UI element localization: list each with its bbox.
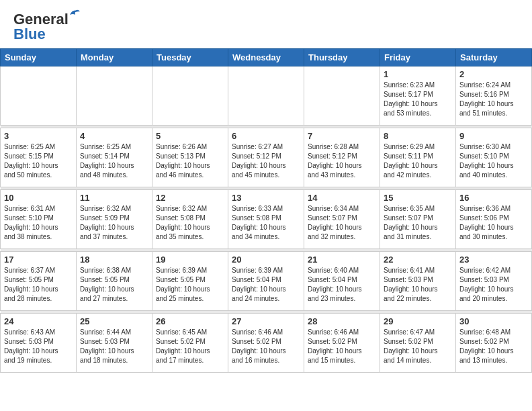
day-number: 4 xyxy=(80,131,148,141)
calendar-week-row: 24Sunrise: 6:43 AM Sunset: 5:03 PM Dayli… xyxy=(1,314,532,373)
calendar-cell: 29Sunrise: 6:47 AM Sunset: 5:02 PM Dayli… xyxy=(380,314,456,373)
calendar-cell: 26Sunrise: 6:45 AM Sunset: 5:02 PM Dayli… xyxy=(152,314,228,373)
day-number: 28 xyxy=(308,316,376,326)
day-number: 7 xyxy=(308,131,376,141)
day-number: 3 xyxy=(4,131,73,141)
calendar-cell: 9Sunrise: 6:30 AM Sunset: 5:10 PM Daylig… xyxy=(456,128,532,187)
calendar-cell: 6Sunrise: 6:27 AM Sunset: 5:12 PM Daylig… xyxy=(228,128,304,187)
day-info: Sunrise: 6:31 AM Sunset: 5:10 PM Dayligh… xyxy=(4,204,73,242)
calendar-cell xyxy=(1,66,77,126)
day-info: Sunrise: 6:30 AM Sunset: 5:10 PM Dayligh… xyxy=(459,142,528,180)
calendar-cell xyxy=(304,66,380,126)
day-number: 14 xyxy=(308,193,376,203)
day-info: Sunrise: 6:35 AM Sunset: 5:07 PM Dayligh… xyxy=(384,204,452,242)
day-number: 25 xyxy=(80,316,148,326)
weekday-header-thursday: Thursday xyxy=(304,49,380,66)
day-info: Sunrise: 6:43 AM Sunset: 5:03 PM Dayligh… xyxy=(4,328,73,365)
day-info: Sunrise: 6:24 AM Sunset: 5:16 PM Dayligh… xyxy=(459,81,528,118)
calendar-cell: 25Sunrise: 6:44 AM Sunset: 5:03 PM Dayli… xyxy=(77,314,152,373)
day-number: 27 xyxy=(232,316,300,326)
page-header: General Blue xyxy=(0,0,532,48)
day-info: Sunrise: 6:47 AM Sunset: 5:02 PM Dayligh… xyxy=(384,328,452,365)
day-number: 15 xyxy=(384,193,452,203)
day-number: 13 xyxy=(232,193,300,203)
day-number: 24 xyxy=(4,316,73,326)
day-info: Sunrise: 6:32 AM Sunset: 5:09 PM Dayligh… xyxy=(80,204,148,242)
day-info: Sunrise: 6:39 AM Sunset: 5:05 PM Dayligh… xyxy=(156,266,224,304)
day-number: 12 xyxy=(156,193,224,203)
calendar-cell: 30Sunrise: 6:48 AM Sunset: 5:02 PM Dayli… xyxy=(456,314,532,373)
calendar-cell: 3Sunrise: 6:25 AM Sunset: 5:15 PM Daylig… xyxy=(1,128,77,187)
calendar-cell xyxy=(152,66,228,126)
day-number: 19 xyxy=(156,255,224,265)
calendar-week-row: 3Sunrise: 6:25 AM Sunset: 5:15 PM Daylig… xyxy=(1,128,532,187)
weekday-header-monday: Monday xyxy=(77,49,152,66)
weekday-header-sunday: Sunday xyxy=(1,49,77,66)
day-info: Sunrise: 6:28 AM Sunset: 5:12 PM Dayligh… xyxy=(308,142,376,180)
day-number: 5 xyxy=(156,131,224,141)
day-number: 18 xyxy=(80,255,148,265)
day-info: Sunrise: 6:39 AM Sunset: 5:04 PM Dayligh… xyxy=(232,266,300,304)
calendar-header-row: SundayMondayTuesdayWednesdayThursdayFrid… xyxy=(1,49,532,66)
day-info: Sunrise: 6:38 AM Sunset: 5:05 PM Dayligh… xyxy=(80,266,148,304)
calendar-cell: 28Sunrise: 6:46 AM Sunset: 5:02 PM Dayli… xyxy=(304,314,380,373)
day-info: Sunrise: 6:25 AM Sunset: 5:15 PM Dayligh… xyxy=(4,142,73,180)
day-info: Sunrise: 6:46 AM Sunset: 5:02 PM Dayligh… xyxy=(308,328,376,365)
day-info: Sunrise: 6:37 AM Sunset: 5:05 PM Dayligh… xyxy=(4,266,73,304)
day-info: Sunrise: 6:32 AM Sunset: 5:08 PM Dayligh… xyxy=(156,204,224,242)
day-info: Sunrise: 6:26 AM Sunset: 5:13 PM Dayligh… xyxy=(156,142,224,180)
calendar-cell xyxy=(77,66,152,126)
calendar-cell: 10Sunrise: 6:31 AM Sunset: 5:10 PM Dayli… xyxy=(1,190,77,249)
day-number: 10 xyxy=(4,193,73,203)
day-number: 29 xyxy=(384,316,452,326)
day-number: 22 xyxy=(384,255,452,265)
calendar-cell xyxy=(228,66,304,126)
day-number: 11 xyxy=(80,193,148,203)
day-info: Sunrise: 6:29 AM Sunset: 5:11 PM Dayligh… xyxy=(384,142,452,180)
calendar-cell: 24Sunrise: 6:43 AM Sunset: 5:03 PM Dayli… xyxy=(1,314,77,373)
day-number: 23 xyxy=(459,255,528,265)
day-number: 6 xyxy=(232,131,300,141)
calendar-cell: 20Sunrise: 6:39 AM Sunset: 5:04 PM Dayli… xyxy=(228,252,304,311)
day-info: Sunrise: 6:40 AM Sunset: 5:04 PM Dayligh… xyxy=(308,266,376,304)
day-info: Sunrise: 6:25 AM Sunset: 5:14 PM Dayligh… xyxy=(80,142,148,180)
day-info: Sunrise: 6:27 AM Sunset: 5:12 PM Dayligh… xyxy=(232,142,300,180)
calendar-cell: 27Sunrise: 6:46 AM Sunset: 5:02 PM Dayli… xyxy=(228,314,304,373)
day-info: Sunrise: 6:48 AM Sunset: 5:02 PM Dayligh… xyxy=(459,328,528,365)
day-info: Sunrise: 6:23 AM Sunset: 5:17 PM Dayligh… xyxy=(384,81,452,118)
calendar-cell: 11Sunrise: 6:32 AM Sunset: 5:09 PM Dayli… xyxy=(77,190,152,249)
calendar-week-row: 17Sunrise: 6:37 AM Sunset: 5:05 PM Dayli… xyxy=(1,252,532,311)
calendar-cell: 2Sunrise: 6:24 AM Sunset: 5:16 PM Daylig… xyxy=(456,66,532,126)
calendar-cell: 17Sunrise: 6:37 AM Sunset: 5:05 PM Dayli… xyxy=(1,252,77,311)
day-info: Sunrise: 6:44 AM Sunset: 5:03 PM Dayligh… xyxy=(80,328,148,365)
day-number: 1 xyxy=(384,69,452,79)
day-info: Sunrise: 6:36 AM Sunset: 5:06 PM Dayligh… xyxy=(459,204,528,242)
calendar-cell: 12Sunrise: 6:32 AM Sunset: 5:08 PM Dayli… xyxy=(152,190,228,249)
day-info: Sunrise: 6:33 AM Sunset: 5:08 PM Dayligh… xyxy=(232,204,300,242)
calendar-cell: 18Sunrise: 6:38 AM Sunset: 5:05 PM Dayli… xyxy=(77,252,152,311)
day-info: Sunrise: 6:34 AM Sunset: 5:07 PM Dayligh… xyxy=(308,204,376,242)
day-info: Sunrise: 6:41 AM Sunset: 5:03 PM Dayligh… xyxy=(384,266,452,304)
day-number: 9 xyxy=(459,131,528,141)
day-number: 2 xyxy=(459,69,528,79)
calendar-cell: 1Sunrise: 6:23 AM Sunset: 5:17 PM Daylig… xyxy=(380,66,456,126)
day-info: Sunrise: 6:45 AM Sunset: 5:02 PM Dayligh… xyxy=(156,328,224,365)
day-number: 21 xyxy=(308,255,376,265)
day-info: Sunrise: 6:42 AM Sunset: 5:03 PM Dayligh… xyxy=(459,266,528,304)
day-info: Sunrise: 6:46 AM Sunset: 5:02 PM Dayligh… xyxy=(232,328,300,365)
calendar-table: SundayMondayTuesdayWednesdayThursdayFrid… xyxy=(0,48,532,373)
day-number: 17 xyxy=(4,255,73,265)
day-number: 20 xyxy=(232,255,300,265)
calendar-cell: 21Sunrise: 6:40 AM Sunset: 5:04 PM Dayli… xyxy=(304,252,380,311)
weekday-header-tuesday: Tuesday xyxy=(152,49,228,66)
calendar-cell: 14Sunrise: 6:34 AM Sunset: 5:07 PM Dayli… xyxy=(304,190,380,249)
calendar-cell: 5Sunrise: 6:26 AM Sunset: 5:13 PM Daylig… xyxy=(152,128,228,187)
weekday-header-wednesday: Wednesday xyxy=(228,49,304,66)
calendar-cell: 19Sunrise: 6:39 AM Sunset: 5:05 PM Dayli… xyxy=(152,252,228,311)
day-number: 30 xyxy=(459,316,528,326)
calendar-cell: 15Sunrise: 6:35 AM Sunset: 5:07 PM Dayli… xyxy=(380,190,456,249)
day-number: 8 xyxy=(384,131,452,141)
weekday-header-friday: Friday xyxy=(380,49,456,66)
calendar-week-row: 10Sunrise: 6:31 AM Sunset: 5:10 PM Dayli… xyxy=(1,190,532,249)
calendar-cell: 4Sunrise: 6:25 AM Sunset: 5:14 PM Daylig… xyxy=(77,128,152,187)
